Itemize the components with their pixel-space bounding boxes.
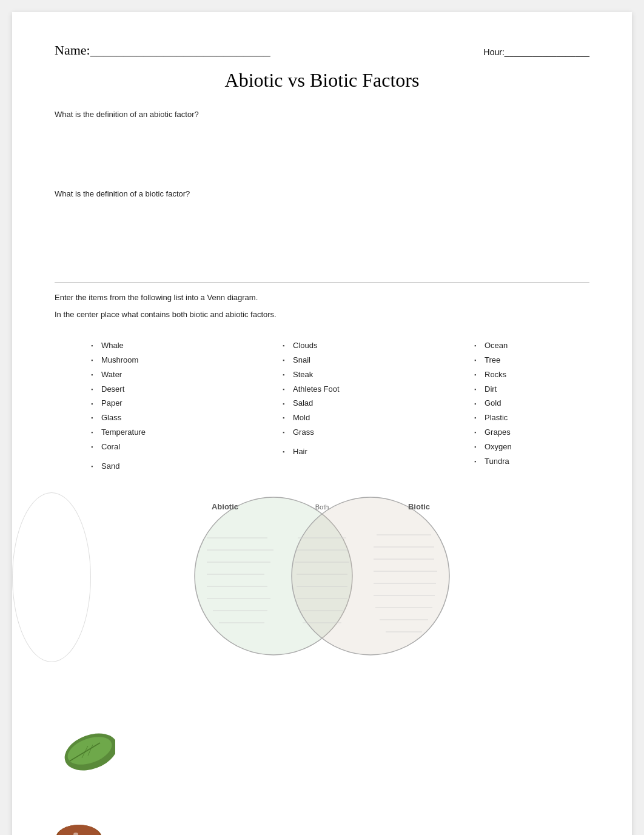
mushroom-decoration: [55, 819, 115, 835]
list-item-label: Gold: [485, 397, 501, 410]
bullet-icon: ▪: [91, 371, 97, 379]
list-item: ▪ Salad: [283, 397, 361, 410]
bullet-icon: ▪: [91, 356, 97, 364]
bullet-icon: ▪: [474, 356, 480, 364]
bullet-icon: ▪: [91, 385, 97, 394]
list-item-label: Desert: [101, 383, 124, 396]
page: Name:___________________________ Hour:__…: [12, 12, 632, 835]
list-item-label: Rocks: [485, 369, 506, 381]
list-item-label: Hair: [293, 446, 307, 458]
list-item-label: Coral: [101, 441, 120, 454]
venn-diagram: Abiotic Biotic Both: [146, 486, 498, 662]
divider: [55, 282, 589, 283]
list-item-label: Tundra: [485, 455, 509, 468]
bullet-icon: ▪: [474, 443, 480, 451]
venn-section: ▪ Whale ▪ Mushroom ▪ Water ▪ Desert ▪: [55, 340, 589, 662]
list-item-label: Salad: [293, 397, 313, 410]
bullet-icon: ▪: [474, 457, 480, 466]
venn-diagram-wrapper: Abiotic Biotic Both: [55, 486, 589, 662]
bullet-icon: ▪: [91, 400, 97, 408]
venn-edge-decoration: [12, 492, 91, 662]
list-item: ▪ Tree: [474, 354, 553, 367]
bullet-icon: ▪: [283, 341, 289, 350]
header-row: Name:___________________________ Hour:__…: [55, 42, 589, 58]
list-item: ▪ Grapes: [474, 426, 553, 439]
list-item: ▪ Clouds: [283, 340, 361, 352]
list-item-label: Sand: [101, 460, 119, 473]
list-item: ▪ Desert: [91, 383, 170, 396]
bullet-icon: ▪: [474, 341, 480, 350]
list-item-label: Clouds: [293, 340, 317, 352]
bullet-icon: ▪: [91, 428, 97, 437]
list-item: ▪ Tundra: [474, 455, 553, 468]
bullet-icon: ▪: [283, 385, 289, 394]
bullet-icon: ▪: [474, 371, 480, 379]
list-left: ▪ Whale ▪ Mushroom ▪ Water ▪ Desert ▪: [91, 340, 170, 474]
list-item: ▪ Temperature: [91, 426, 170, 439]
answer-space-1[interactable]: [55, 122, 589, 189]
bullet-icon: ▪: [283, 356, 289, 364]
list-item: ▪ Gold: [474, 397, 553, 410]
list-item: ▪ Grass: [283, 426, 361, 439]
list-item-label: Paper: [101, 397, 122, 410]
svg-text:Both: Both: [315, 503, 329, 511]
svg-point-6: [58, 825, 100, 835]
bullet-icon: ▪: [91, 414, 97, 422]
list-item: ▪ Coral: [91, 441, 170, 454]
list-item-label: Snail: [293, 354, 310, 367]
list-item-label: Tree: [485, 354, 500, 367]
page-title: Abiotic vs Biotic Factors: [55, 69, 589, 92]
list-item-label: Mushroom: [101, 354, 138, 367]
bullet-icon: ▪: [91, 443, 97, 451]
bullet-icon: ▪: [283, 428, 289, 437]
instructions-line2: In the center place what contains both b…: [55, 308, 589, 321]
question-1: What is the definition of an abiotic fac…: [55, 110, 589, 119]
bullet-icon: ▪: [474, 400, 480, 408]
bullet-icon: ▪: [283, 400, 289, 408]
list-item: ▪ Dirt: [474, 383, 553, 396]
list-item: ▪ Paper: [91, 397, 170, 410]
name-field[interactable]: Name:___________________________: [55, 42, 270, 58]
list-item-label: Grapes: [485, 426, 511, 439]
list-right: ▪ Ocean ▪ Tree ▪ Rocks ▪ Dirt ▪ Gold: [474, 340, 553, 474]
bullet-icon: ▪: [474, 428, 480, 437]
list-item: ▪ Ocean: [474, 340, 553, 352]
svg-point-12: [292, 497, 449, 655]
list-item: ▪ Snail: [283, 354, 361, 367]
list-item: ▪ Rocks: [474, 369, 553, 381]
bullet-icon: ▪: [474, 414, 480, 422]
list-item: ▪ Hair: [283, 446, 361, 458]
list-item-label: Dirt: [485, 383, 497, 396]
bullet-icon: ▪: [474, 385, 480, 394]
list-item-label: Plastic: [485, 412, 508, 424]
bullet-icon: ▪: [91, 341, 97, 350]
list-item-label: Ocean: [485, 340, 508, 352]
bullet-icon: ▪: [283, 414, 289, 422]
list-item: ▪ Sand: [91, 460, 170, 473]
list-item-label: Water: [101, 369, 122, 381]
venn-svg: Abiotic Biotic Both: [146, 486, 498, 662]
list-item: ▪ Glass: [91, 412, 170, 424]
list-item-label: Glass: [101, 412, 121, 424]
lists-row: ▪ Whale ▪ Mushroom ▪ Water ▪ Desert ▪: [55, 340, 589, 474]
list-item: ▪ Whale: [91, 340, 170, 352]
hour-field[interactable]: Hour:__________________: [484, 47, 589, 57]
list-item-label: Grass: [293, 426, 314, 439]
list-item: ▪ Athletes Foot: [283, 383, 361, 396]
answer-space-2[interactable]: [55, 202, 589, 269]
list-item-label: Athletes Foot: [293, 383, 340, 396]
leaf-decoration: [55, 728, 115, 782]
list-item: ▪ Mushroom: [91, 354, 170, 367]
list-item-label: Whale: [101, 340, 124, 352]
list-item: ▪ Mold: [283, 412, 361, 424]
list-item-label: Mold: [293, 412, 310, 424]
list-item: ▪ Steak: [283, 369, 361, 381]
list-middle: ▪ Clouds ▪ Snail ▪ Steak ▪ Athletes Foot…: [283, 340, 361, 474]
bullet-icon: ▪: [283, 371, 289, 379]
instructions-line1: Enter the items from the following list …: [55, 291, 589, 304]
svg-text:Abiotic: Abiotic: [212, 502, 238, 511]
question-2: What is the definition of a biotic facto…: [55, 189, 589, 198]
list-item-label: Oxygen: [485, 441, 512, 454]
bullet-icon: ▪: [283, 448, 289, 456]
list-item: ▪ Water: [91, 369, 170, 381]
